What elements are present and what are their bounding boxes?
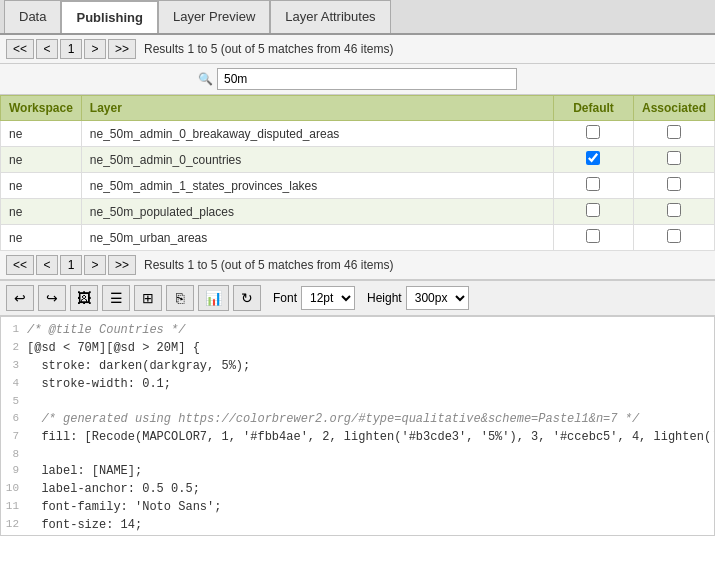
col-header-associated: Associated	[633, 96, 714, 121]
line-code: /* generated using https://colorbrewer2.…	[27, 410, 639, 428]
refresh-button[interactable]: ↻	[233, 285, 261, 311]
tab-publishing[interactable]: Publishing	[61, 0, 157, 33]
copy-icon: ⎘	[176, 290, 184, 306]
code-line: 4 stroke-width: 0.1;	[5, 375, 710, 393]
chart-button[interactable]: 📊	[198, 285, 229, 311]
line-code: font-family: 'Noto Sans';	[27, 498, 221, 516]
associated-checkbox[interactable]	[667, 203, 681, 217]
line-code: [@sd < 70M][@sd > 20M] {	[27, 339, 200, 357]
table-row: nene_50m_populated_places	[1, 199, 715, 225]
cell-layer: ne_50m_admin_1_states_provinces_lakes	[81, 173, 553, 199]
code-line: 5	[5, 393, 710, 410]
cell-workspace: ne	[1, 225, 82, 251]
list-button[interactable]: ☰	[102, 285, 130, 311]
search-bar: 🔍	[0, 64, 715, 95]
undo-button[interactable]: ↩	[6, 285, 34, 311]
code-editor[interactable]: 1/* @title Countries */2[@sd < 70M][@sd …	[0, 316, 715, 536]
cell-default	[553, 173, 633, 199]
image-button[interactable]: 🖼	[70, 285, 98, 311]
line-number: 12	[5, 516, 27, 534]
line-number: 8	[5, 446, 27, 463]
font-label: Font	[273, 291, 297, 305]
prev-page-button-bottom[interactable]: <	[36, 255, 58, 275]
first-page-button-top[interactable]: <<	[6, 39, 34, 59]
default-checkbox[interactable]	[586, 151, 600, 165]
cell-layer: ne_50m_admin_0_countries	[81, 147, 553, 173]
line-number: 13	[5, 534, 27, 536]
code-line: 9 label: [NAME];	[5, 462, 710, 480]
editor-toolbar: ↩ ↪ 🖼 ☰ ⊞ ⎘ 📊 ↻ Font 8pt 10pt 12pt 14pt …	[0, 280, 715, 316]
tab-layer-attributes[interactable]: Layer Attributes	[270, 0, 390, 33]
copy-button[interactable]: ⎘	[166, 285, 194, 311]
cell-associated	[633, 225, 714, 251]
tab-layer-preview[interactable]: Layer Preview	[158, 0, 270, 33]
layers-table: Workspace Layer Default Associated nene_…	[0, 95, 715, 251]
font-size-select[interactable]: 8pt 10pt 12pt 14pt 16pt 18pt	[301, 286, 355, 310]
cell-layer: ne_50m_admin_0_breakaway_disputed_areas	[81, 121, 553, 147]
line-code: label: [NAME];	[27, 462, 142, 480]
height-select[interactable]: 200px 300px 400px 500px	[406, 286, 469, 310]
redo-button[interactable]: ↪	[38, 285, 66, 311]
undo-icon: ↩	[14, 290, 26, 306]
table-row: nene_50m_urban_areas	[1, 225, 715, 251]
associated-checkbox[interactable]	[667, 229, 681, 243]
line-number: 9	[5, 462, 27, 480]
cell-default	[553, 199, 633, 225]
table-row: nene_50m_admin_0_countries	[1, 147, 715, 173]
cell-associated	[633, 173, 714, 199]
code-line: 7 fill: [Recode(MAPCOLOR7, 1, '#fbb4ae',…	[5, 428, 710, 446]
last-page-button-bottom[interactable]: >>	[108, 255, 136, 275]
image-icon: 🖼	[77, 290, 91, 306]
height-label: Height	[367, 291, 402, 305]
associated-checkbox[interactable]	[667, 151, 681, 165]
first-page-button-bottom[interactable]: <<	[6, 255, 34, 275]
results-text-bottom: Results 1 to 5 (out of 5 matches from 46…	[144, 258, 393, 272]
cell-layer: ne_50m_urban_areas	[81, 225, 553, 251]
cell-workspace: ne	[1, 121, 82, 147]
cell-default	[553, 147, 633, 173]
line-code: label-anchor: 0.5 0.5;	[27, 480, 200, 498]
cell-workspace: ne	[1, 147, 82, 173]
results-text-top: Results 1 to 5 (out of 5 matches from 46…	[144, 42, 393, 56]
default-checkbox[interactable]	[586, 229, 600, 243]
code-line: 2[@sd < 70M][@sd > 20M] {	[5, 339, 710, 357]
page-1-button-bottom[interactable]: 1	[60, 255, 82, 275]
cell-layer: ne_50m_populated_places	[81, 199, 553, 225]
col-header-layer: Layer	[81, 96, 553, 121]
table-row: nene_50m_admin_0_breakaway_disputed_area…	[1, 121, 715, 147]
cell-associated	[633, 199, 714, 225]
associated-checkbox[interactable]	[667, 177, 681, 191]
next-page-button-bottom[interactable]: >	[84, 255, 106, 275]
cell-associated	[633, 121, 714, 147]
cell-workspace: ne	[1, 199, 82, 225]
default-checkbox[interactable]	[586, 125, 600, 139]
col-header-default: Default	[553, 96, 633, 121]
line-code: stroke: darken(darkgray, 5%);	[27, 357, 250, 375]
col-header-workspace: Workspace	[1, 96, 82, 121]
line-number: 1	[5, 321, 27, 339]
tab-data[interactable]: Data	[4, 0, 61, 33]
default-checkbox[interactable]	[586, 177, 600, 191]
line-number: 3	[5, 357, 27, 375]
line-code: font-fill: lighten(black, 20%);	[27, 534, 265, 536]
page-1-button-top[interactable]: 1	[60, 39, 82, 59]
table-row: nene_50m_admin_1_states_provinces_lakes	[1, 173, 715, 199]
last-page-button-top[interactable]: >>	[108, 39, 136, 59]
table-button[interactable]: ⊞	[134, 285, 162, 311]
line-code: fill: [Recode(MAPCOLOR7, 1, '#fbb4ae', 2…	[27, 428, 715, 446]
next-page-button-top[interactable]: >	[84, 39, 106, 59]
default-checkbox[interactable]	[586, 203, 600, 217]
line-code: /* @title Countries */	[27, 321, 185, 339]
line-number: 7	[5, 428, 27, 446]
line-number: 10	[5, 480, 27, 498]
cell-workspace: ne	[1, 173, 82, 199]
code-line: 1/* @title Countries */	[5, 321, 710, 339]
prev-page-button-top[interactable]: <	[36, 39, 58, 59]
search-input[interactable]	[217, 68, 517, 90]
tab-bar: Data Publishing Layer Preview Layer Attr…	[0, 0, 715, 35]
line-number: 6	[5, 410, 27, 428]
code-line: 13 font-fill: lighten(black, 20%);	[5, 534, 710, 536]
chart-icon: 📊	[205, 290, 222, 306]
line-code: font-size: 14;	[27, 516, 142, 534]
associated-checkbox[interactable]	[667, 125, 681, 139]
